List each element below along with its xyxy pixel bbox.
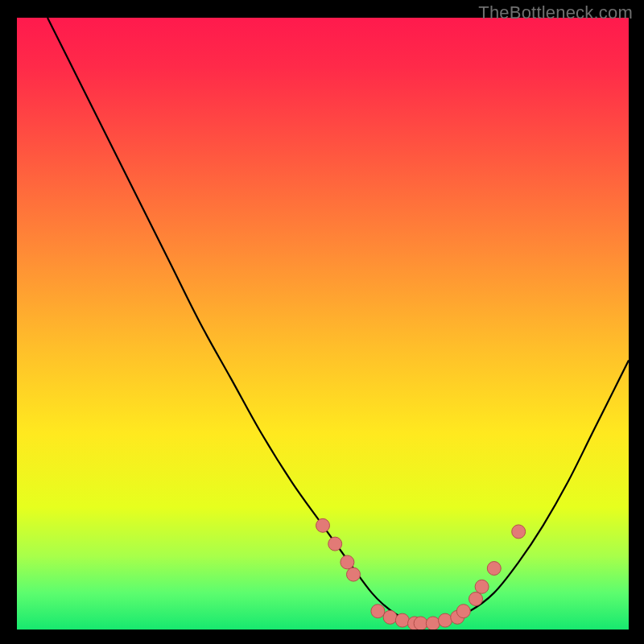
curve-marker — [439, 613, 452, 627]
curve-marker — [512, 525, 526, 539]
curve-marker — [316, 518, 330, 532]
curve-marker — [328, 537, 342, 551]
curve-marker — [341, 555, 354, 569]
curve-marker — [414, 617, 427, 630]
curve-marker — [395, 613, 409, 627]
bottleneck-curve — [47, 18, 629, 624]
chart-svg — [17, 18, 629, 630]
watermark-text: TheBottleneck.com — [478, 2, 633, 23]
chart-stage: TheBottleneck.com — [0, 0, 644, 644]
curve-marker — [383, 610, 397, 624]
curve-marker — [456, 605, 470, 618]
curve-marker — [371, 605, 385, 618]
plot-area — [17, 18, 629, 630]
curve-marker — [475, 580, 489, 593]
curve-marker — [487, 562, 501, 576]
curve-marker — [469, 592, 483, 606]
curve-marker — [426, 617, 440, 630]
curve-marker — [347, 568, 361, 581]
curve-markers — [316, 518, 526, 630]
